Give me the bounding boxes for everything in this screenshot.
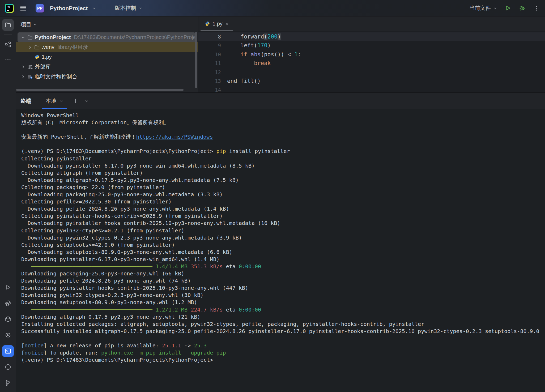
tree-item-.venv[interactable]: .venvlibrary根目录 — [16, 42, 198, 52]
terminal-line: ━━━━━━━━━━━━━━━━━━━━━━━━━━━━━━━━━━━━━━ 1… — [21, 306, 545, 313]
close-icon[interactable] — [59, 99, 63, 103]
chevron-down-icon — [33, 22, 37, 27]
terminal-output[interactable]: Windows PowerShell版权所有（C） Microsoft Corp… — [16, 109, 545, 364]
terminal-line: Collecting pyinstaller — [21, 155, 545, 162]
project-name: PythonProject — [50, 5, 88, 11]
run-button[interactable] — [504, 5, 511, 12]
tree-item-临时文件和控制台[interactable]: 临时文件和控制台 — [16, 72, 198, 82]
tree-item-外部库[interactable]: 外部库 — [16, 62, 198, 72]
tree-item-PythonProject[interactable]: PythonProjectD:\17483\Documents\PycharmP… — [18, 32, 195, 42]
terminal-link[interactable]: https://aka.ms/PSWindows — [136, 134, 213, 140]
python-packages-icon — [5, 316, 11, 323]
services-icon — [5, 332, 11, 339]
code-line-12: 12 — [198, 68, 545, 77]
terminal-line: Downloading altgraph-0.17.5-py2.py3-none… — [21, 177, 545, 184]
project-panel-header[interactable]: 项目 — [16, 16, 198, 32]
code-line-9: 9 left(170) — [198, 41, 545, 50]
line-number: 12 — [198, 68, 225, 77]
structure-icon — [5, 41, 11, 48]
terminal-line: Downloading pyinstaller_hooks_contrib-20… — [21, 284, 545, 292]
more-toolwindows-button[interactable] — [2, 54, 14, 66]
structure-toolwindow-button[interactable] — [2, 39, 14, 50]
terminal-tab-local[interactable]: 本地 — [42, 93, 67, 109]
chevron-down-icon — [493, 6, 498, 11]
run-toolwindow-button[interactable] — [2, 282, 14, 293]
line-number: 8 — [198, 32, 225, 41]
vcs-menu[interactable]: 版本控制 — [112, 3, 146, 13]
horizontal-scrollbar[interactable] — [16, 89, 184, 91]
code-text — [225, 68, 231, 77]
terminal-line: Downloading packaging-25.0-py3-none-any.… — [21, 270, 545, 277]
terminal-line: Downloading setuptools-80.9.0-py3-none-a… — [21, 249, 545, 256]
run-configuration-label: 当前文件 — [470, 5, 491, 12]
chevron-right-icon[interactable] — [20, 73, 27, 80]
code-text: break — [225, 59, 271, 68]
terminal-icon — [5, 348, 11, 355]
tree-item-label: 外部库 — [35, 63, 51, 70]
line-number: 11 — [198, 59, 225, 68]
terminal-line: Downloading altgraph-0.17.5-py2.py3-none… — [21, 313, 545, 321]
terminal-line: Downloading pyinstaller-6.17.0-py3-none-… — [21, 256, 545, 263]
version-control-button[interactable] — [2, 377, 14, 389]
chevron-down-icon — [84, 98, 90, 104]
tab-filename: 1.py — [212, 21, 223, 27]
new-terminal-button[interactable] — [73, 98, 78, 104]
project-toolwindow-button[interactable] — [2, 19, 14, 31]
line-number: 10 — [198, 50, 225, 59]
chevron-right-icon[interactable] — [27, 44, 33, 51]
terminal-line: Downloading pefile-2024.8.26-py3-none-an… — [21, 205, 545, 212]
pycharm-logo-icon: PC — [5, 4, 14, 13]
problems-button[interactable] — [2, 361, 14, 373]
terminal-line: Collecting pyinstaller-hooks-contrib>=20… — [21, 212, 545, 220]
terminal-line — [21, 126, 545, 133]
more-actions-button[interactable] — [533, 5, 540, 11]
tree-item-1.py[interactable]: 1.py — [16, 52, 198, 62]
terminal-line: ━━━━━━━━━━━━━━━━━━━━━━━━━━━━━━━━━━━━━━ 1… — [21, 263, 545, 270]
chevron-right-icon[interactable] — [20, 63, 27, 70]
code-editor[interactable]: 8 forward(200)9 left(170)10 if abs(pos()… — [198, 31, 545, 95]
tree-item-label: 1.py — [42, 54, 52, 60]
tree-item-hint: D:\17483\Documents\PycharmProjects\Pytho… — [74, 34, 195, 40]
kebab-menu-icon — [533, 5, 540, 11]
terminal-line: (.venv) PS D:\17483\Documents\PycharmPro… — [21, 148, 545, 155]
python-packages-button[interactable] — [2, 313, 14, 325]
terminal-tab-label: 本地 — [46, 97, 56, 105]
run-configuration-selector[interactable]: 当前文件 — [467, 3, 500, 13]
line-number: 9 — [198, 41, 225, 50]
activity-bar-divider — [4, 35, 12, 35]
chevron-down-icon — [138, 6, 143, 11]
project-selector[interactable]: PythonProject — [47, 3, 99, 13]
terminal-line: Successfully installed altgraph-0.17.5 p… — [21, 328, 545, 335]
main-menu-icon[interactable] — [20, 5, 27, 12]
folder-icon — [27, 34, 33, 41]
folder-icon — [5, 22, 11, 28]
vertical-scrollbar[interactable] — [195, 32, 197, 88]
close-icon[interactable] — [225, 22, 229, 26]
editor-tab-1py[interactable]: 1.py — [201, 16, 233, 31]
code-text: end_fill() — [225, 77, 261, 86]
python-console-button[interactable] — [2, 297, 14, 309]
python-file-icon — [205, 21, 210, 26]
terminal-line: Downloading pefile-2024.8.26-py3-none-an… — [21, 277, 545, 284]
services-button[interactable] — [2, 329, 14, 341]
terminal-panel-title[interactable]: 终端 — [21, 97, 31, 105]
terminal-line — [21, 140, 545, 148]
terminal-line: Collecting packaging>=22.0 (from pyinsta… — [21, 184, 545, 191]
debug-icon — [519, 5, 526, 12]
terminal-toolwindow-button[interactable] — [2, 345, 14, 357]
terminal-line: Collecting pefile>=2022.5.30 (from pyins… — [21, 198, 545, 205]
ellipsis-icon — [5, 56, 11, 63]
terminal-line: Collecting altgraph (from pyinstaller) — [21, 169, 545, 177]
terminal-options-button[interactable] — [84, 98, 90, 104]
editor-panel: 1.py 8 forward(200)9 left(170)10 if abs(… — [198, 16, 545, 92]
chevron-down-icon[interactable] — [20, 34, 27, 41]
terminal-line: Windows PowerShell — [21, 112, 545, 119]
tree-item-label: 临时文件和控制台 — [35, 73, 77, 80]
terminal-line: Downloading setuptools-80.9.0-py3-none-a… — [21, 299, 545, 306]
terminal-line: Downloading packaging-25.0-py3-none-any.… — [21, 191, 545, 198]
indent-guide — [241, 59, 241, 68]
debug-button[interactable] — [519, 5, 526, 12]
terminal-line: Downloading pywin32_ctypes-0.2.3-py3-non… — [21, 234, 545, 241]
libs-icon — [27, 63, 33, 70]
project-badge[interactable]: PP — [36, 4, 44, 12]
